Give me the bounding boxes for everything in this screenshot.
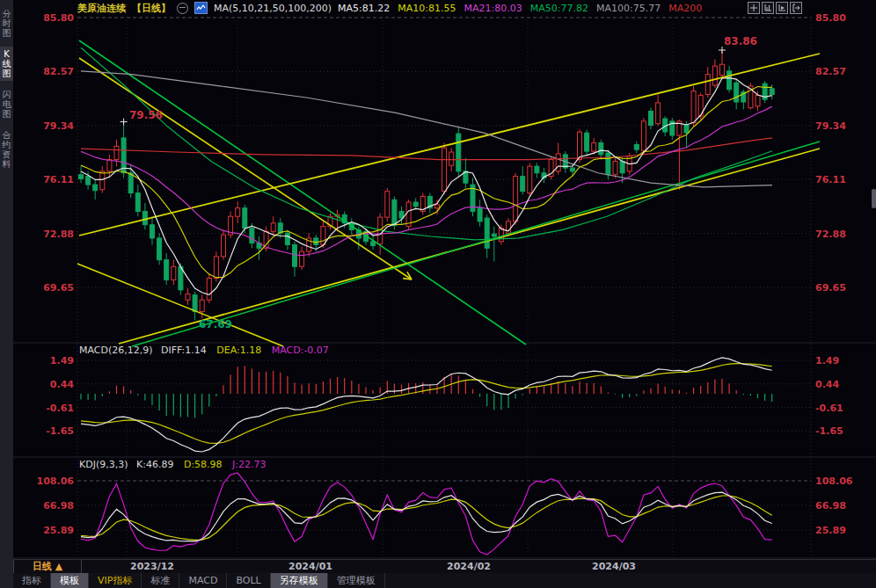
candle-body[interactable] [756, 95, 760, 105]
candle-body[interactable] [314, 238, 318, 245]
candle-body[interactable] [285, 233, 289, 244]
bottom-tab-BOLL[interactable]: BOLL [227, 573, 270, 588]
price-axis-label: 72.88 [815, 229, 846, 240]
candle-body[interactable] [492, 234, 496, 236]
candle-body[interactable] [649, 111, 653, 125]
sidebar-item-分时图[interactable]: 分时图 [0, 6, 13, 40]
candle-body[interactable] [243, 208, 247, 229]
candle-body[interactable] [478, 208, 482, 221]
candle-body[interactable] [770, 89, 774, 95]
candle-body[interactable] [712, 66, 717, 85]
candle-body[interactable] [200, 300, 204, 311]
bottom-tab-MACD[interactable]: MACD [179, 573, 227, 588]
chart-type-icon[interactable] [194, 2, 208, 14]
candle-body[interactable] [293, 245, 297, 267]
candle-body[interactable] [157, 238, 162, 260]
bottom-tab-模板[interactable]: 模板 [51, 573, 89, 588]
candle-body[interactable] [107, 160, 112, 171]
bottom-tab-VIP指标[interactable]: VIP指标 [89, 573, 142, 588]
bottom-tabbar: 指标模板VIP指标标准MACDBOLL另存模板管理模板 [13, 573, 876, 588]
candle-body[interactable] [250, 229, 254, 243]
candle-body[interactable] [620, 161, 624, 172]
candle-body[interactable] [705, 75, 710, 95]
macd-layer [81, 358, 772, 452]
candle-body[interactable] [214, 257, 218, 279]
candle-body[interactable] [435, 205, 440, 208]
right-scrollbar-thumb[interactable] [872, 189, 876, 208]
ma-values: MA5:81.22MA10:81.55MA21:80.03MA50:77.82M… [338, 3, 702, 14]
support-green[interactable] [132, 142, 820, 346]
candle-body[interactable] [193, 295, 197, 312]
candle-body[interactable] [499, 229, 503, 242]
candle-body[interactable] [727, 71, 732, 90]
candle-body[interactable] [222, 235, 226, 257]
candle-body[interactable] [385, 192, 390, 217]
bottom-tab-管理模板[interactable]: 管理模板 [328, 573, 385, 588]
candle-body[interactable] [142, 212, 147, 225]
topbar: 美原油连续 【日线】 MA(5,10,21,50,100,200) MA5:81… [77, 0, 702, 16]
candle-body[interactable] [172, 266, 176, 279]
bottom-tab-另存模板[interactable]: 另存模板 [271, 573, 328, 588]
candle-body[interactable] [684, 125, 689, 134]
candle-body[interactable] [634, 144, 639, 149]
candle-body[interactable] [485, 218, 489, 248]
time-axis-label: 2024/01 [288, 561, 332, 572]
ma-value-label: MA10:81.55 [398, 3, 456, 14]
candle-body[interactable] [592, 143, 596, 152]
candle-body[interactable] [514, 177, 518, 221]
candle-body[interactable] [164, 260, 169, 280]
candle-body[interactable] [585, 133, 589, 151]
sidebar-item-合约资料[interactable]: 合约资料 [0, 127, 13, 171]
candle-body[interactable] [114, 146, 119, 159]
candle-body[interactable] [578, 132, 582, 159]
candle-body[interactable] [100, 171, 105, 190]
candle-body[interactable] [641, 121, 646, 150]
candle-body[interactable] [135, 193, 140, 212]
candle-body[interactable] [321, 227, 325, 245]
price-axis-label: 0.44 [815, 379, 839, 390]
candle-body[interactable] [300, 251, 304, 266]
candle-body[interactable] [521, 177, 525, 192]
candle-body[interactable] [599, 143, 603, 155]
candle-body[interactable] [150, 225, 155, 238]
axis-play-icon[interactable] [776, 2, 788, 14]
candle-body[interactable] [570, 168, 574, 171]
bottom-tab-标准[interactable]: 标准 [142, 573, 179, 588]
period-selector-button[interactable]: 日线 ▲ [13, 560, 82, 573]
candle-body[interactable] [535, 166, 539, 173]
candle-body[interactable] [720, 64, 725, 75]
bottom-tab-指标[interactable]: 指标 [13, 573, 51, 588]
kdj-k-line [81, 492, 772, 541]
candle-body[interactable] [613, 161, 617, 174]
candle-body[interactable] [413, 202, 418, 207]
sidebar-item-K线图[interactable]: K线图 [0, 47, 13, 81]
price-axis-label: 1.49 [50, 355, 74, 367]
chart-canvas[interactable]: 79.5667.6983.8685.8085.8082.5782.5779.34… [0, 0, 876, 588]
candle-body[interactable] [456, 134, 461, 171]
candle-body[interactable] [392, 200, 397, 225]
price-axis-label: 85.80 [43, 12, 74, 24]
candle-body[interactable] [79, 175, 84, 179]
axis-scale-icon[interactable] [762, 2, 774, 14]
ma-line-MA10 [81, 87, 772, 278]
export-icon[interactable] [790, 2, 802, 14]
candle-body[interactable] [449, 152, 454, 165]
candle-body[interactable] [606, 153, 610, 175]
candle-body[interactable] [86, 177, 91, 185]
candle-body[interactable] [186, 294, 190, 301]
collapse-icon[interactable] [177, 3, 188, 14]
candle-body[interactable] [271, 223, 275, 232]
candle-body[interactable] [528, 166, 532, 192]
candle-body[interactable] [236, 208, 240, 217]
candle-body[interactable] [556, 154, 560, 171]
candle-body[interactable] [656, 103, 661, 124]
candle-body[interactable] [442, 148, 447, 191]
period-tag[interactable]: 【日线】 [132, 2, 171, 15]
candle-body[interactable] [734, 83, 739, 102]
sidebar-item-闪电图[interactable]: 闪电图 [0, 87, 13, 121]
candle-body[interactable] [128, 173, 133, 193]
candle-body[interactable] [691, 91, 696, 123]
candle-body[interactable] [93, 185, 98, 191]
candle-body[interactable] [207, 279, 211, 301]
crosshair-icon[interactable] [748, 2, 760, 14]
